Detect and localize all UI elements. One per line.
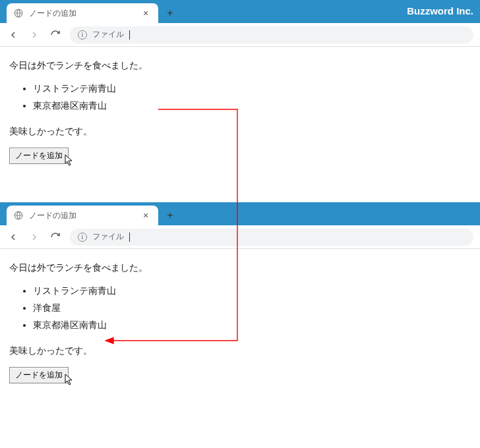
reload-button[interactable] <box>49 231 62 244</box>
intro-text: 今日は外でランチを食べました。 <box>9 261 471 275</box>
text-cursor <box>129 233 130 242</box>
tab-strip: ノードの追加 × + Buzzword Inc. <box>0 0 480 23</box>
add-node-button[interactable]: ノードを追加 <box>9 367 69 383</box>
tab-title: ノードの追加 <box>29 210 135 221</box>
new-tab-button[interactable]: + <box>161 206 179 225</box>
tab-title: ノードの追加 <box>29 8 135 19</box>
active-tab[interactable]: ノードの追加 × <box>7 206 158 225</box>
outro-text: 美味しかったです。 <box>9 125 471 138</box>
browser-window-top: ノードの追加 × + Buzzword Inc. i ファイル 今日は外でランチ… <box>0 0 480 176</box>
back-button[interactable] <box>7 231 20 244</box>
intro-text: 今日は外でランチを食べました。 <box>9 59 471 72</box>
page-content-bottom: 今日は外でランチを食べました。 リストランテ南青山 洋食屋 東京都港区南青山 美… <box>0 249 480 395</box>
brand-label: Buzzword Inc. <box>407 5 473 16</box>
list-item: 東京都港区南青山 <box>33 318 471 332</box>
address-bar[interactable]: i ファイル <box>70 26 473 43</box>
toolbar: i ファイル <box>0 23 480 47</box>
tab-strip: ノードの追加 × + <box>0 202 480 225</box>
list-before: リストランテ南青山 東京都港区南青山 <box>33 82 471 113</box>
url-text: ファイル <box>92 231 124 242</box>
active-tab[interactable]: ノードの追加 × <box>7 3 158 23</box>
outro-text: 美味しかったです。 <box>9 344 471 358</box>
forward-button[interactable] <box>28 231 41 244</box>
list-after: リストランテ南青山 洋食屋 東京都港区南青山 <box>33 284 471 332</box>
back-button[interactable] <box>7 28 20 42</box>
url-text: ファイル <box>92 29 124 40</box>
address-bar[interactable]: i ファイル <box>70 229 473 246</box>
close-tab-icon[interactable]: × <box>140 8 152 18</box>
list-item: リストランテ南青山 <box>33 284 471 298</box>
forward-button[interactable] <box>28 28 41 42</box>
globe-icon <box>13 8 24 18</box>
add-node-button[interactable]: ノードを追加 <box>9 148 69 164</box>
globe-icon <box>13 210 24 221</box>
list-item: 東京都港区南青山 <box>33 99 471 113</box>
toolbar: i ファイル <box>0 225 480 249</box>
reload-button[interactable] <box>49 28 62 42</box>
list-item: リストランテ南青山 <box>33 82 471 96</box>
text-cursor <box>129 30 130 40</box>
page-content-top: 今日は外でランチを食べました。 リストランテ南青山 東京都港区南青山 美味しかっ… <box>0 47 480 176</box>
browser-window-bottom: ノードの追加 × + i ファイル 今日は外でランチを食べました。 リストランテ… <box>0 202 480 395</box>
info-icon: i <box>78 30 87 40</box>
close-tab-icon[interactable]: × <box>140 210 152 221</box>
list-item: 洋食屋 <box>33 301 471 315</box>
button-wrap: ノードを追加 <box>9 148 69 164</box>
button-wrap: ノードを追加 <box>9 367 69 383</box>
new-tab-button[interactable]: + <box>161 4 179 22</box>
info-icon: i <box>78 233 87 242</box>
